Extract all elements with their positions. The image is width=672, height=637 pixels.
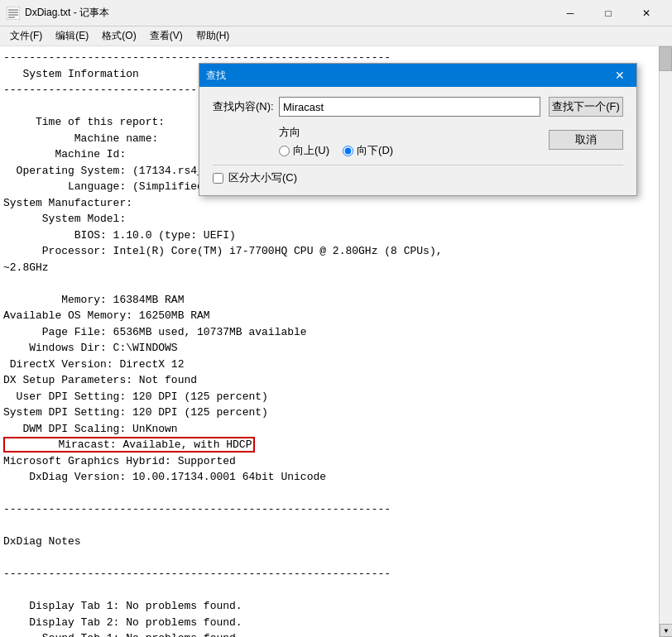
menu-file[interactable]: 文件(F) bbox=[3, 27, 49, 45]
scrollbar-thumb[interactable] bbox=[659, 46, 672, 71]
dialog-divider bbox=[213, 165, 623, 165]
minimize-button[interactable]: ─ bbox=[551, 0, 589, 26]
maximize-button[interactable]: □ bbox=[589, 0, 627, 26]
window-title: DxDiag.txt - 记事本 bbox=[25, 6, 551, 20]
svg-rect-0 bbox=[7, 7, 20, 20]
miracast-highlight: Miracast: Available, with HDCP bbox=[3, 437, 255, 453]
direction-down-text: 向下(D) bbox=[357, 143, 393, 158]
direction-up-label[interactable]: 向上(U) bbox=[279, 143, 329, 158]
content-area: ----------------------------------------… bbox=[0, 46, 672, 637]
search-input[interactable] bbox=[279, 97, 540, 117]
menu-view[interactable]: 查看(V) bbox=[143, 27, 190, 45]
scrollbar-down-button[interactable]: ▼ bbox=[660, 624, 672, 637]
close-button[interactable]: ✕ bbox=[627, 0, 665, 26]
menu-help[interactable]: 帮助(H) bbox=[190, 27, 237, 45]
checkbox-row: 区分大小写(C) bbox=[213, 170, 623, 185]
menu-format[interactable]: 格式(O) bbox=[95, 27, 142, 45]
window-controls: ─ □ ✕ bbox=[551, 0, 665, 26]
cancel-button[interactable]: 取消 bbox=[549, 130, 623, 150]
direction-up-text: 向上(U) bbox=[293, 143, 329, 158]
menu-edit[interactable]: 编辑(E) bbox=[49, 27, 95, 45]
direction-up-radio[interactable] bbox=[279, 146, 290, 156]
search-label: 查找内容(N): bbox=[213, 99, 279, 114]
search-row: 查找内容(N): 查找下一个(F) bbox=[213, 97, 623, 117]
find-next-button[interactable]: 查找下一个(F) bbox=[549, 97, 623, 117]
app-icon bbox=[7, 7, 20, 20]
dialog-title-bar: 查找 ✕ bbox=[199, 64, 636, 87]
direction-down-label[interactable]: 向下(D) bbox=[343, 143, 393, 158]
case-sensitive-label: 区分大小写(C) bbox=[228, 170, 297, 185]
case-sensitive-checkbox[interactable] bbox=[213, 173, 223, 184]
direction-label: 方向 bbox=[279, 126, 300, 138]
find-dialog: 查找 ✕ 查找内容(N): 查找下一个(F) 取消 方向 向上(U) bbox=[199, 63, 637, 196]
dialog-close-button[interactable]: ✕ bbox=[610, 65, 630, 85]
dialog-title: 查找 bbox=[206, 69, 610, 83]
menu-bar: 文件(F) 编辑(E) 格式(O) 查看(V) 帮助(H) bbox=[0, 26, 672, 46]
direction-down-radio[interactable] bbox=[343, 146, 353, 156]
dialog-body: 查找内容(N): 查找下一个(F) 取消 方向 向上(U) 向下(D) bbox=[199, 87, 636, 195]
title-bar: DxDiag.txt - 记事本 ─ □ ✕ bbox=[0, 0, 672, 26]
scrollbar[interactable]: ▲ ▼ bbox=[659, 46, 672, 637]
